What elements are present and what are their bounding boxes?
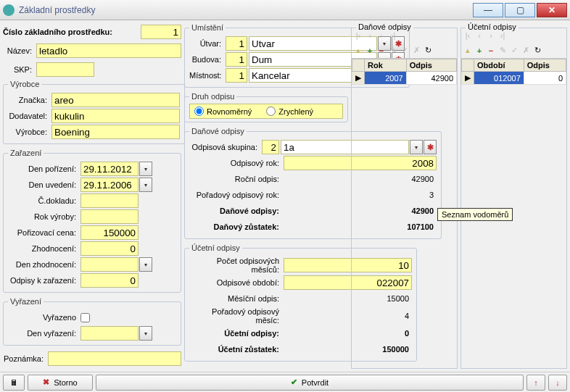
- edit-triangle-icon[interactable]: ▴: [353, 46, 363, 55]
- tbl2-col1[interactable]: Období: [474, 59, 524, 72]
- refresh-icon[interactable]: ↻: [532, 46, 542, 55]
- table-row[interactable]: ▶200742900: [352, 72, 457, 85]
- add-row-icon[interactable]: +: [474, 46, 484, 55]
- odpisove-obdobi-label: Odpisové období:: [189, 278, 284, 287]
- utvar-num-field[interactable]: [226, 36, 247, 51]
- danove-legend: Daňové odpisy: [189, 127, 247, 135]
- rok-vyroby-label: Rok výroby:: [8, 212, 80, 221]
- cancel-icon[interactable]: ✗: [411, 46, 421, 55]
- cancel-icon[interactable]: ✗: [521, 46, 531, 55]
- ucetni-odpisy-table-pane: Účetní odpisy |‹ ‹ › ›| ▴ + − ✎ ✓ ✗ ↻ Ob…: [460, 28, 567, 369]
- delete-row-icon[interactable]: −: [486, 46, 496, 55]
- edit-icon[interactable]: ✎: [388, 46, 398, 55]
- rok-vyroby-field[interactable]: [80, 209, 139, 224]
- nazev-label: Název:: [3, 46, 36, 55]
- porizovaci-field[interactable]: [80, 225, 139, 240]
- den-zhodnoceni-field[interactable]: [80, 257, 139, 272]
- porizovaci-label: Pořizovací cena:: [8, 228, 80, 237]
- mistnost-num-field[interactable]: [226, 68, 247, 83]
- c-dokladu-field[interactable]: [80, 193, 139, 208]
- close-button[interactable]: ✕: [537, 3, 567, 17]
- den-porizeni-label: Den pořízení:: [8, 164, 80, 173]
- up-arrow-button[interactable]: ↑: [526, 375, 545, 391]
- zarazeni-group: Zařazení Den pořízení: Den uvedení: Č.do…: [3, 149, 181, 293]
- danove-odpisy-table-pane: Daňové odpisy |‹ ‹ › ›| ▴ + − ✎ ✓ ✗ ↻ Ro…: [351, 28, 458, 369]
- nav-last-icon[interactable]: ›|: [388, 31, 398, 40]
- minimize-button[interactable]: —: [473, 3, 503, 17]
- down-arrow-button[interactable]: ↓: [548, 375, 567, 391]
- tbl1-col1[interactable]: Rok: [365, 59, 407, 72]
- tbl2-r1c1[interactable]: 012007: [474, 72, 524, 85]
- dodavatel-field[interactable]: [51, 109, 180, 123]
- vyrazeno-label: Vyřazeno: [8, 313, 80, 322]
- id-field[interactable]: [141, 25, 181, 39]
- potvrdit-button[interactable]: ✔Potvrdit: [96, 375, 524, 391]
- druh-odpisu-legend: Druh odpisu: [189, 92, 236, 101]
- den-zhodnoceni-dropdown[interactable]: [139, 257, 152, 272]
- vyrazeni-legend: Vyřazení: [8, 297, 44, 306]
- id-label: Číslo základního prostředku:: [3, 28, 115, 36]
- druh-odpisu-group: Druh odpisu Rovnoměrný Zrychlený: [184, 92, 348, 122]
- ucetni-odpisy-label: Účetní odpisy:: [189, 329, 284, 338]
- poznamka-field[interactable]: [48, 351, 181, 366]
- nav-first-icon[interactable]: |‹: [463, 31, 473, 40]
- tbl1-edit-toolbar: ▴ + − ✎ ✓ ✗ ↻: [352, 43, 457, 58]
- odpisy-k-zarazeni-field[interactable]: [80, 273, 139, 288]
- nav-prev-icon[interactable]: ‹: [474, 31, 484, 40]
- den-porizeni-dropdown[interactable]: [139, 162, 152, 176]
- vyrobce-field[interactable]: [51, 125, 180, 139]
- tbl2-col2[interactable]: Odpis: [524, 59, 566, 72]
- den-uvedeni-dropdown[interactable]: [139, 178, 152, 192]
- danovy-zustatek-label: Daňový zůstatek:: [189, 222, 284, 231]
- zhodnoceni-field[interactable]: [80, 241, 139, 256]
- odpisovy-rok-label: Odpisový rok:: [189, 159, 284, 167]
- poznamka-label: Poznámka:: [3, 354, 48, 363]
- tbl2-edit-toolbar: ▴ + − ✎ ✓ ✗ ↻: [461, 43, 566, 58]
- skp-field[interactable]: [36, 62, 94, 77]
- add-row-icon[interactable]: +: [365, 46, 375, 55]
- delete-row-icon[interactable]: −: [376, 46, 387, 55]
- tbl1-r1c1[interactable]: 2007: [365, 72, 407, 85]
- nazev-field[interactable]: [36, 43, 181, 58]
- calculator-button[interactable]: 🖩: [3, 375, 25, 391]
- budova-num-field[interactable]: [226, 52, 247, 67]
- post-icon[interactable]: ✓: [509, 46, 519, 55]
- storno-button[interactable]: ✖Storno: [28, 375, 93, 391]
- znacka-field[interactable]: [51, 93, 180, 107]
- den-uvedeni-field[interactable]: [80, 178, 139, 192]
- post-icon[interactable]: ✓: [400, 46, 410, 55]
- refresh-icon[interactable]: ↻: [423, 46, 433, 55]
- radio-zrychleny[interactable]: Zrychlený: [266, 107, 313, 116]
- vyrobce-label: Výrobce:: [8, 128, 51, 136]
- nav-next-icon[interactable]: ›: [376, 31, 387, 40]
- tbl1-grid[interactable]: RokOdpis ▶200742900: [352, 58, 457, 85]
- nav-last-icon[interactable]: ›|: [497, 31, 508, 40]
- nav-next-icon[interactable]: ›: [486, 31, 496, 40]
- den-vyrazeni-label: Den vyřazení:: [8, 329, 80, 338]
- rocni-odpis-label: Roční odpis:: [189, 175, 284, 183]
- skupina-label: Odpisová skupina:: [189, 143, 262, 151]
- den-vyrazeni-field[interactable]: [80, 326, 139, 341]
- vyrazeni-group: Vyřazení Vyřazeno Den vyřazení:: [3, 297, 181, 346]
- den-vyrazeni-dropdown[interactable]: [139, 326, 152, 341]
- radio-rovnomerny[interactable]: Rovnoměrný: [194, 107, 252, 116]
- edit-icon[interactable]: ✎: [497, 46, 508, 55]
- tbl1-col2[interactable]: Odpis: [406, 59, 456, 72]
- mesicni-odpis-label: Měsíční odpis:: [189, 294, 284, 303]
- table-row[interactable]: ▶0120070: [462, 72, 566, 85]
- tbl2-grid[interactable]: ObdobíOdpis ▶0120070: [461, 58, 566, 85]
- znacka-label: Značka:: [8, 96, 51, 104]
- nav-prev-icon[interactable]: ‹: [365, 31, 375, 40]
- den-porizeni-field[interactable]: [80, 162, 139, 176]
- den-uvedeni-label: Den uvedení:: [8, 180, 80, 189]
- c-dokladu-label: Č.dokladu:: [8, 196, 80, 205]
- tooltip: Seznam vodoměrů: [437, 208, 513, 221]
- zarazeni-legend: Zařazení: [8, 149, 44, 157]
- edit-triangle-icon[interactable]: ▴: [463, 46, 473, 55]
- nav-first-icon[interactable]: |‹: [353, 31, 363, 40]
- tbl1-r1c2: 42900: [406, 72, 456, 85]
- ucetni-zustatek-label: Účetní zůstatek:: [189, 345, 284, 354]
- vyrazeno-checkbox[interactable]: [80, 313, 90, 322]
- maximize-button[interactable]: ▢: [505, 3, 535, 17]
- skupina-num-field[interactable]: [262, 140, 279, 154]
